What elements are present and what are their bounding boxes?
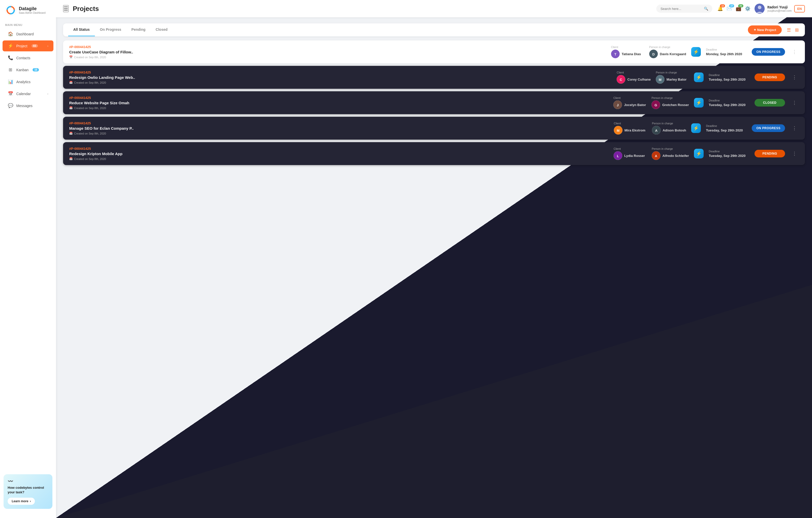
status-badge: PENDING [755,73,785,81]
project-name: Redesign Owlio Landing Page Web.. [69,75,135,80]
project-name: Redesign Kripton Mobile App [69,152,135,156]
pic-section: Person in charge A Alfredo Schleifer [652,147,689,160]
new-project-button[interactable]: ✦ New Project [748,25,782,34]
user-email: yuujikun@mail.com [767,9,792,12]
learn-more-button[interactable]: Learn more › [8,498,35,505]
project-badge: 83 [32,44,38,48]
calendar-icon: 📅 [8,91,13,96]
header: ☰ Projects 🔍 🔔 16 ✉️ 27 💼 83 ⚙️ [56,0,812,17]
project-id: #P-000441425 [69,45,606,49]
search-icon: 🔍 [704,7,708,11]
status-badge: PENDING [755,150,785,157]
client-section: Client L Lydia Rosser [614,147,647,160]
sidebar-item-project[interactable]: ⚡ Project 83 › [3,40,53,51]
user-name: Itadori Yuuji [767,5,792,9]
tab-all-status[interactable]: All Status [68,23,95,36]
grid-view-button[interactable]: ⊞ [794,26,800,34]
pic-avatar: D [649,50,658,58]
page-title: Projects [73,5,656,13]
client-avatar: C [617,75,625,84]
sidebar: Datagile Saas Admin Dashboard Main Menu … [0,0,56,518]
lightning-icon-wrap: ⚡ [694,98,704,108]
language-button[interactable]: EN [794,5,805,12]
search-input[interactable] [660,7,702,11]
sidebar-item-kanban[interactable]: ⊞ Kanban 16 [3,64,53,75]
status-badge: ON PROGRESS [752,124,785,132]
app-subtitle: Saas Admin Dashboard [19,11,46,14]
project-id: #P-000441425 [69,147,608,151]
svg-text:A: A [655,129,658,132]
calendar-small-icon: 📅 [69,55,73,59]
content-area: All Status On Progress Pending Closed ✦ … [56,17,812,518]
sidebar-item-contacts[interactable]: 📞 Contacts [3,52,53,63]
mail-notification-button[interactable]: ✉️ 27 [727,6,732,11]
sidebar-item-label: Analytics [16,80,31,84]
project-date: 📅 Created on Sep 8th, 2020 [69,55,606,59]
tab-pending[interactable]: Pending [126,23,151,36]
client-section: Client M Mira Ekstrom [614,122,647,134]
analytics-icon: 📊 [8,79,13,85]
svg-text:A: A [655,154,657,158]
calendar-small-icon: 📅 [69,106,73,110]
chevron-right-icon: › [47,92,48,96]
menu-label: Main Menu [0,21,56,28]
lightning-icon-wrap: ⚡ [691,47,701,57]
svg-text:C: C [620,78,622,82]
client-avatar: T [611,50,620,58]
sidebar-item-label: Contacts [16,56,30,60]
pic-avatar: M [656,75,664,84]
hamburger-menu-button[interactable]: ☰ [63,5,69,12]
sidebar-item-analytics[interactable]: 📊 Analytics [3,76,53,87]
client-avatar: J [613,100,622,109]
tab-on-progress[interactable]: On Progress [95,23,126,36]
chevron-right-icon: › [47,44,48,48]
more-options-button[interactable]: ⋮ [790,99,799,106]
logo-icon [5,5,16,16]
sidebar-item-calendar[interactable]: 📅 Calendar › [3,88,53,99]
settings-button[interactable]: ⚙️ [745,6,750,11]
promo-wavy: 〰️ [8,478,48,484]
deadline-section: Deadline Tuesday, Sep 29th 2020 [709,99,749,107]
phone-icon: 📞 [8,55,13,61]
calendar-small-icon: 📅 [69,132,73,135]
client-avatar: L [614,151,622,160]
sidebar-item-dashboard[interactable]: 🏠 Dashboard [3,29,53,39]
view-toggle: ☰ ⊞ [786,26,800,34]
project-date: 📅 Created on Sep 8th, 2020 [69,157,608,160]
sidebar-item-messages[interactable]: 💬 Messages [3,100,53,111]
project-id: #P-000441425 [69,96,608,100]
sidebar-item-label: Dashboard [16,32,34,36]
kanban-icon: ⊞ [8,67,13,72]
lightning-icon-wrap: ⚡ [694,149,704,158]
more-options-button[interactable]: ⋮ [790,150,799,157]
pic-avatar: G [651,100,660,109]
more-options-button[interactable]: ⋮ [790,124,799,132]
client-section: Client C Corey Culhane [617,71,651,84]
sidebar-item-label: Calendar [16,92,31,96]
mail-badge: 27 [729,4,734,7]
pic-avatar: A [652,126,661,134]
briefcase-notification-button[interactable]: 💼 83 [736,6,741,11]
avatar [755,4,765,14]
promo-text: How codebytes control your task? [8,485,48,495]
svg-text:J: J [617,103,619,107]
client-avatar: M [614,126,622,134]
status-badge: CLOSED [755,99,785,106]
notification-icons: 🔔 16 ✉️ 27 💼 83 ⚙️ [717,6,750,11]
project-id: #P-000441425 [69,121,609,125]
list-view-button[interactable]: ☰ [786,26,792,34]
messages-icon: 💬 [8,103,13,108]
project-name: Create UseCase Diagram of Fillow.. [69,50,135,54]
svg-text:M: M [617,129,619,132]
projects-list: #P-000441425 Create UseCase Diagram of F… [63,40,805,165]
bell-notification-button[interactable]: 🔔 16 [717,6,723,11]
svg-text:T: T [614,52,616,56]
tab-closed[interactable]: Closed [151,23,173,36]
tabs-bar: All Status On Progress Pending Closed ✦ … [63,23,805,36]
more-options-button[interactable]: ⋮ [790,48,799,56]
status-badge: ON PROGRESS [752,48,785,56]
user-profile[interactable]: Itadori Yuuji yuujikun@mail.com [755,4,792,14]
more-options-button[interactable]: ⋮ [790,73,799,81]
client-section: Client T Tatiana Dias [611,45,644,58]
arrow-right-icon: › [30,499,31,503]
